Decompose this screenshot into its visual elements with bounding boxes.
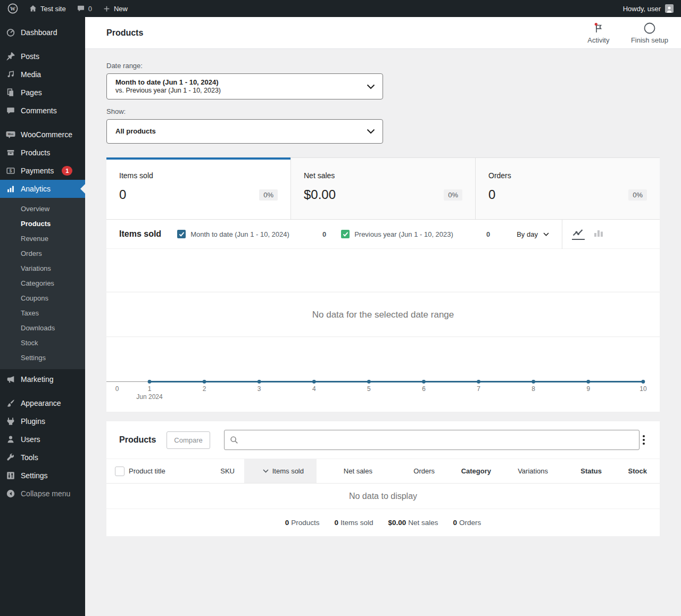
submenu-overview[interactable]: Overview [0,202,85,217]
column-stock[interactable]: Stock [612,459,660,483]
chevron-down-icon [367,129,375,134]
comments-menu[interactable]: 0 [71,0,97,17]
table-options-kebab-icon[interactable] [640,432,648,448]
finish-setup-button[interactable]: Finish setup [631,22,668,44]
sort-desc-chevron-icon [263,469,269,473]
sidebar-item-plugins[interactable]: Plugins [0,412,85,430]
brush-icon [5,398,16,409]
account-menu[interactable]: Howdy, user [623,4,681,13]
search-input[interactable] [224,430,640,450]
current-menu-arrow [80,184,85,194]
chevron-down-icon [367,84,375,89]
page-title: Products [106,28,143,38]
summary-orders: 0Orders [453,519,481,527]
interval-select[interactable]: By day [517,230,549,238]
tab-items-sold[interactable]: Items sold 0 0% [106,157,290,219]
sidebar-item-label: Tools [21,453,38,462]
new-menu[interactable]: New [97,0,133,17]
sidebar-item-users[interactable]: Users [0,430,85,448]
column-orders[interactable]: Orders [372,459,435,483]
pages-icon [5,87,16,98]
sidebar-item-media[interactable]: Media [0,65,85,84]
tab-net-sales[interactable]: Net sales $0.00 0% [290,157,475,219]
legend-item-current-period[interactable]: Month to date (Jun 1 - 10, 2024) 0 [177,230,341,238]
plug-icon [5,416,16,427]
sidebar-item-marketing[interactable]: Marketing [0,370,85,388]
submenu-categories[interactable]: Categories [0,276,85,291]
chart-header: Items sold Month to date (Jun 1 - 10, 20… [106,219,660,249]
submenu-revenue[interactable]: Revenue [0,231,85,246]
column-status[interactable]: Status [559,459,612,483]
show-value: All products [115,127,361,136]
submenu-settings[interactable]: Settings [0,351,85,365]
column-net-sales[interactable]: Net sales [317,459,372,483]
sidebar-item-label: Posts [21,52,39,61]
date-range-primary: Month to date (Jun 1 - 10, 2024) [115,78,361,87]
column-category[interactable]: Category [435,459,499,483]
sidebar-item-dashboard[interactable]: Dashboard [0,23,85,41]
stat-label: Net sales [304,171,462,180]
submenu-coupons[interactable]: Coupons [0,291,85,306]
activity-button[interactable]: Activity [580,22,617,44]
select-all-checkbox[interactable] [115,467,124,476]
submenu-stock[interactable]: Stock [0,336,85,351]
stat-tabs: Items sold 0 0% Net sales $0.00 0% Order… [106,157,660,219]
setup-progress-circle-icon [643,22,656,35]
inactive-underline [592,239,605,240]
sidebar-item-settings[interactable]: Settings [0,467,85,485]
show-select[interactable]: All products [106,119,383,144]
x-axis-tick: 10 [640,385,646,393]
x-axis-tick: 8 [531,385,535,393]
sidebar-item-analytics[interactable]: Analytics [0,180,85,198]
x-axis-tick: 2 [203,385,206,393]
x-axis-tick: 7 [477,385,480,393]
bar-chart-type-button[interactable] [592,228,605,240]
collapse-menu-button[interactable]: Collapse menu [0,485,85,503]
legend-value: 0 [322,230,326,238]
sidebar-item-posts[interactable]: Posts [0,47,85,65]
column-sku[interactable]: SKU [211,459,244,483]
column-items-sold[interactable]: Items sold [244,459,317,483]
sidebar-item-tools[interactable]: Tools [0,448,85,467]
submenu-products[interactable]: Products [0,217,85,231]
sidebar-item-comments[interactable]: Comments [0,102,85,120]
date-range-select[interactable]: Month to date (Jun 1 - 10, 2024) vs. Pre… [106,73,383,99]
sidebar-item-products[interactable]: Products [0,144,85,162]
sidebar-item-woocommerce[interactable]: Woo WooCommerce [0,126,85,144]
sidebar-item-appearance[interactable]: Appearance [0,394,85,412]
column-variations[interactable]: Variations [499,459,559,483]
table-search [224,430,640,450]
submenu-taxes[interactable]: Taxes [0,306,85,321]
checkbox-checked-icon[interactable] [177,230,186,238]
column-label: Items sold [272,467,304,475]
search-icon [229,435,239,445]
checkbox-checked-icon[interactable] [341,230,350,238]
change-badge: 0% [628,189,647,201]
line-chart-type-button[interactable] [572,228,585,240]
site-menu[interactable]: Test site [23,0,71,17]
sidebar: Dashboard Posts Media Pages Comments Woo… [0,17,85,616]
x-axis-tick: 9 [586,385,590,393]
sidebar-item-payments[interactable]: $ Payments 1 [0,162,85,180]
wordpress-logo-menu[interactable]: W [0,0,23,17]
stat-label: Orders [488,171,647,180]
sidebar-item-pages[interactable]: Pages [0,84,85,102]
new-label: New [114,5,128,13]
select-all-column [106,459,129,483]
x-axis-month-label: Jun 2024 [136,393,162,401]
column-product-title[interactable]: Product title [129,459,211,483]
svg-text:$: $ [10,168,12,173]
media-icon [5,69,16,80]
howdy-text: Howdy, user [623,5,661,13]
submenu-orders[interactable]: Orders [0,246,85,261]
submenu-downloads[interactable]: Downloads [0,321,85,336]
sidebar-item-label: Appearance [21,399,61,407]
table-summary: 0Products 0Items sold $0.00Net sales 0Or… [106,509,660,536]
sidebar-item-label: Collapse menu [21,489,70,498]
legend-item-previous-period[interactable]: Previous year (Jun 1 - 10, 2023) 0 [341,230,505,238]
submenu-variations[interactable]: Variations [0,261,85,276]
tab-orders[interactable]: Orders 0 0% [475,157,660,219]
active-underline [572,239,585,240]
compare-button[interactable]: Compare [167,431,210,449]
x-axis-tick: 6 [422,385,426,393]
